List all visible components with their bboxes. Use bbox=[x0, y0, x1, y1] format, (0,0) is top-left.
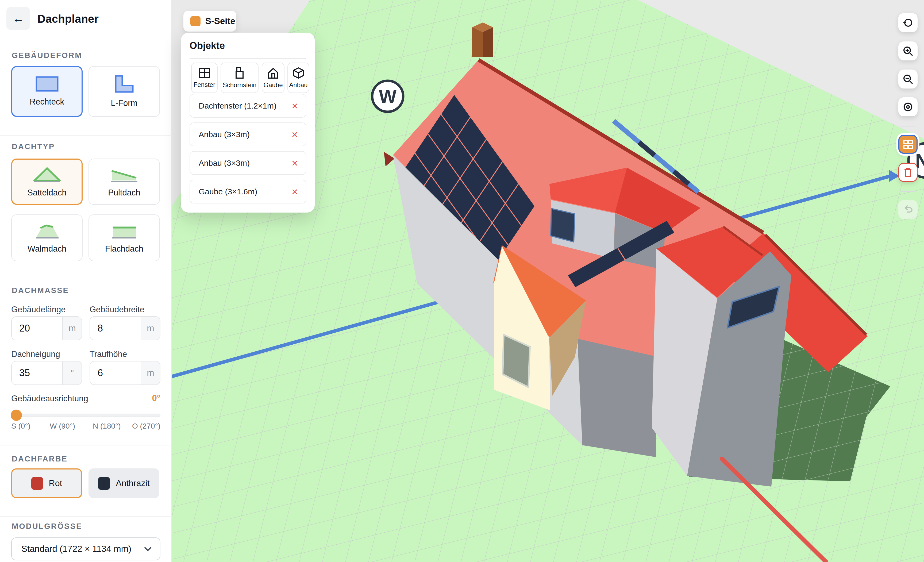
rooftype-pultdach[interactable]: Pultdach bbox=[88, 159, 160, 205]
toolbar-divider-2 bbox=[900, 191, 915, 192]
zoom-out-icon bbox=[902, 73, 914, 85]
remove-anbau-1-button[interactable]: × bbox=[292, 129, 298, 140]
label-gebaeudebreite: Gebäudebreite bbox=[90, 305, 144, 315]
flachdach-icon bbox=[110, 222, 139, 239]
zoom-in-button[interactable] bbox=[898, 42, 918, 60]
section-title-modulgroesse: MODULGRÖSSE bbox=[12, 522, 82, 531]
rot-swatch bbox=[31, 477, 43, 490]
sside-color-square bbox=[190, 16, 201, 26]
unit-dachneigung: ° bbox=[62, 361, 81, 384]
rooftype-walmdach[interactable]: Walmdach bbox=[11, 214, 82, 261]
walmdach-icon bbox=[32, 222, 62, 239]
object-item-anbau-2[interactable]: Anbau (3×3m) × bbox=[189, 151, 306, 175]
tick-n: N (180°) bbox=[93, 422, 121, 430]
input-gebaeudelaenge: m bbox=[11, 316, 82, 340]
satteldach-icon bbox=[32, 166, 62, 183]
rechteck-icon bbox=[36, 76, 58, 92]
label-dachneigung: Dachneigung bbox=[11, 349, 60, 359]
back-arrow-icon: ← bbox=[12, 12, 24, 25]
input-traufhoehe: m bbox=[90, 361, 160, 385]
chevron-down-icon bbox=[144, 547, 152, 551]
form-option-lform[interactable]: L-Form bbox=[88, 66, 160, 117]
object-item-gaube[interactable]: Gaube (3×1.6m) × bbox=[189, 180, 306, 204]
gebaeudebreite-field[interactable] bbox=[90, 317, 141, 340]
reset-view-button[interactable] bbox=[898, 13, 918, 32]
label-traufhoehe: Traufhöhe bbox=[90, 349, 127, 359]
back-button[interactable]: ← bbox=[6, 7, 30, 30]
unit-gebaeudelaenge: m bbox=[62, 317, 81, 340]
input-gebaeudebreite: m bbox=[90, 316, 160, 340]
add-anbau-button[interactable]: Anbau bbox=[287, 63, 309, 93]
label-ausrichtung: Gebäudeausrichtung bbox=[11, 394, 88, 403]
section-title-dachfarbe: DACHFARBE bbox=[12, 454, 68, 463]
svg-text:W: W bbox=[379, 86, 396, 107]
object-item-dachfenster[interactable]: Dachfenster (1.2×1m) × bbox=[189, 94, 306, 118]
module-grid-icon bbox=[903, 139, 913, 150]
ausrichtung-value: 0° bbox=[139, 393, 160, 403]
schornstein-icon bbox=[233, 67, 246, 79]
center-view-button[interactable] bbox=[898, 97, 918, 116]
zoom-in-icon bbox=[902, 45, 914, 57]
add-fenster-button[interactable]: Fenster bbox=[191, 63, 218, 93]
orientation-slider-track[interactable] bbox=[12, 414, 160, 417]
module-size-select[interactable]: Standard (1722 × 1134 mm) bbox=[11, 537, 160, 561]
module-grid-toggle-button[interactable] bbox=[898, 135, 918, 154]
section-title-dachmasse: DACHMASSE bbox=[12, 286, 69, 295]
input-dachneigung: ° bbox=[11, 361, 82, 385]
trash-icon bbox=[903, 167, 913, 178]
tick-s: S (0°) bbox=[11, 422, 30, 430]
remove-gaube-button[interactable]: × bbox=[292, 186, 298, 197]
gebaeudelaenge-field[interactable] bbox=[12, 317, 62, 340]
anbau-tower[interactable] bbox=[652, 227, 791, 487]
tick-o: O (270°) bbox=[126, 422, 160, 430]
remove-dachfenster-button[interactable]: × bbox=[292, 100, 298, 111]
remove-anbau-2-button[interactable]: × bbox=[292, 158, 298, 168]
reset-rotation-icon bbox=[902, 17, 914, 28]
section-title-gebaeudeform: GEBÄUDEFORM bbox=[12, 51, 82, 60]
lform-icon bbox=[114, 75, 135, 93]
unit-traufhoehe: m bbox=[141, 361, 160, 384]
app-root: W N ← Dachplaner GEBÄUDEFORM Rechteck L-… bbox=[0, 0, 924, 562]
section-title-dachtyp: DACHTYP bbox=[12, 142, 55, 151]
objekte-panel: Objekte Fenster Schornstein Gaube bbox=[181, 33, 315, 213]
tick-w: W (90°) bbox=[50, 422, 75, 430]
dormer-red-window bbox=[551, 208, 575, 242]
anthrazit-swatch bbox=[98, 477, 110, 490]
traufhoehe-field[interactable] bbox=[90, 361, 141, 384]
gaube-icon bbox=[267, 67, 279, 79]
rooftype-satteldach[interactable]: Satteldach bbox=[11, 159, 82, 205]
sidebar: ← Dachplaner GEBÄUDEFORM Rechteck L-Form… bbox=[0, 0, 172, 562]
roofcolor-rot[interactable]: Rot bbox=[11, 468, 82, 498]
sside-tag[interactable]: S-Seite bbox=[183, 11, 236, 31]
undo-button[interactable] bbox=[898, 200, 918, 219]
add-gaube-button[interactable]: Gaube bbox=[262, 63, 285, 93]
pultdach-icon bbox=[110, 166, 139, 183]
unit-gebaeudebreite: m bbox=[141, 317, 160, 340]
add-schornstein-button[interactable]: Schornstein bbox=[220, 63, 258, 93]
orientation-slider-knob[interactable] bbox=[11, 410, 22, 421]
center-target-icon bbox=[902, 101, 914, 112]
chimney[interactable] bbox=[472, 22, 493, 57]
wall-gable-end bbox=[578, 339, 656, 457]
object-item-anbau-1[interactable]: Anbau (3×3m) × bbox=[189, 123, 306, 146]
roofcolor-anthrazit[interactable]: Anthrazit bbox=[88, 468, 159, 498]
dachneigung-field[interactable] bbox=[12, 361, 62, 384]
fenster-icon bbox=[198, 67, 211, 79]
undo-icon bbox=[902, 205, 914, 215]
compass-west: W bbox=[372, 81, 403, 112]
delete-button[interactable] bbox=[898, 163, 918, 182]
label-gebaeudelaenge: Gebäudelänge bbox=[11, 305, 66, 315]
objekte-title: Objekte bbox=[189, 40, 225, 51]
anbau-icon bbox=[292, 67, 304, 79]
zoom-out-button[interactable] bbox=[898, 69, 918, 88]
rooftype-flachdach[interactable]: Flachdach bbox=[88, 214, 160, 261]
form-option-rechteck[interactable]: Rechteck bbox=[11, 66, 82, 117]
toolbar-divider-1 bbox=[900, 126, 915, 126]
page-title: Dachplaner bbox=[38, 13, 99, 25]
